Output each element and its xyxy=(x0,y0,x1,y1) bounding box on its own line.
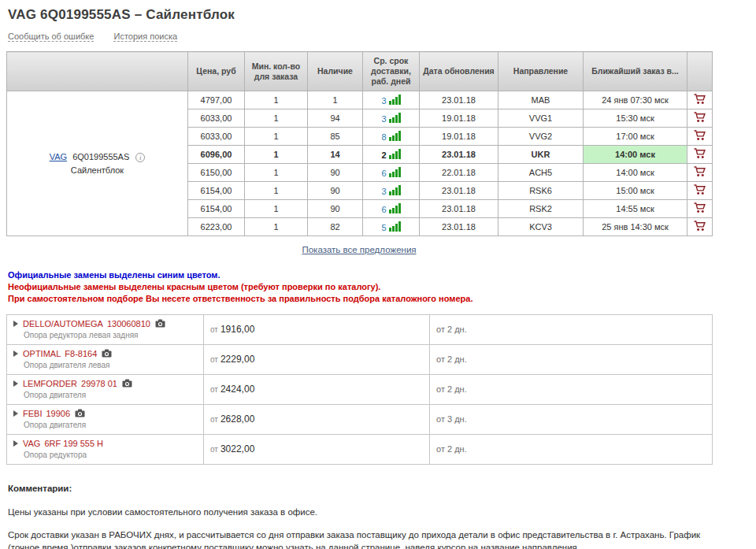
replacement-number-link[interactable]: F8-8164 xyxy=(65,349,97,358)
replacement-number-link[interactable]: 19906 xyxy=(46,409,70,418)
delivery-days-value: 6 xyxy=(381,205,386,214)
stock-cell: 82 xyxy=(308,218,363,236)
show-all-offers-link[interactable]: Показать все предложения xyxy=(302,245,416,254)
replacement-description: Опора двигателя левая xyxy=(24,361,197,369)
price-cell: 6223,00 xyxy=(188,218,245,236)
replacement-brand-link[interactable]: DELLO/AUTOMEGA xyxy=(23,319,103,328)
add-to-cart-button[interactable] xyxy=(692,221,707,232)
min-qty-cell: 1 xyxy=(245,109,308,128)
info-icon[interactable]: i xyxy=(135,153,145,162)
top-links: Сообщить об ошибке История поиска xyxy=(8,32,748,41)
add-to-cart-button[interactable] xyxy=(692,130,707,141)
replacement-notes: Официальные замены выделены синим цветом… xyxy=(8,269,748,305)
replacement-part-line: OPTIMALF8-8164 xyxy=(13,349,197,358)
stock-cell: 90 xyxy=(308,200,363,218)
direction-label[interactable]: RSK2 xyxy=(529,204,552,213)
replacement-days-cell: от 2 дн. xyxy=(430,314,713,344)
price-from-label: от xyxy=(210,445,218,454)
report-error-link[interactable]: Сообщить об ошибке xyxy=(8,32,94,42)
expand-arrow-icon[interactable] xyxy=(13,321,18,327)
replacement-part-line: LEMFORDER29978 01 xyxy=(13,379,197,388)
delivery-cell: 6 xyxy=(363,164,420,182)
delivery-bars-icon xyxy=(389,96,401,106)
updated-date-cell: 23.01.18 xyxy=(420,91,498,109)
cart-icon xyxy=(694,94,706,105)
replacement-number-link[interactable]: 29978 01 xyxy=(81,379,117,388)
price-cell: 6096,00 xyxy=(188,146,245,164)
add-to-cart-button[interactable] xyxy=(692,166,707,177)
comments-section: Комментарии: Цены указаны при условии са… xyxy=(8,482,717,549)
price-cell: 6154,00 xyxy=(188,182,245,200)
header-stock: Наличие xyxy=(308,52,363,91)
replacement-brand-link[interactable]: OPTIMAL xyxy=(23,349,61,358)
direction-label[interactable]: VVG2 xyxy=(529,132,552,141)
next-order-cell: 14:55 мск xyxy=(584,200,687,218)
delivery-cell: 3 xyxy=(363,182,420,200)
offer-row: VAG 6Q0199555AS i Сайлентблок 4797,00 1 … xyxy=(7,91,713,109)
header-price: Цена, руб xyxy=(188,52,245,91)
replacement-row: DELLO/AUTOMEGA130060810 Опора редуктора … xyxy=(7,314,713,344)
direction-label[interactable]: RSK6 xyxy=(529,186,552,195)
header-min-qty: Мин. кол-во для заказа xyxy=(245,52,308,91)
photo-icon[interactable] xyxy=(102,349,112,358)
photo-icon[interactable] xyxy=(75,409,85,418)
cart-cell xyxy=(687,218,713,236)
add-to-cart-button[interactable] xyxy=(692,94,707,105)
replacement-days-cell: от 3 дн. xyxy=(430,404,713,434)
search-history-link[interactable]: История поиска xyxy=(113,32,177,42)
delivery-days-value: 2 xyxy=(381,150,386,160)
direction-label[interactable]: UKR xyxy=(532,150,550,159)
replacement-description: Опора двигателя xyxy=(24,391,197,399)
header-delivery: Ср. срок доставки, раб. дней xyxy=(363,52,420,91)
price-cell: 4797,00 xyxy=(188,91,245,109)
stock-cell: 94 xyxy=(308,109,363,128)
min-qty-cell: 1 xyxy=(245,91,308,109)
add-to-cart-button[interactable] xyxy=(692,112,707,123)
cart-icon xyxy=(694,130,706,141)
direction-label[interactable]: MAB xyxy=(532,95,550,105)
replacement-brand-link[interactable]: VAG xyxy=(23,439,40,448)
direction-label[interactable]: ACH5 xyxy=(529,168,552,177)
replacement-brand-link[interactable]: FEBI xyxy=(23,409,42,418)
header-updated: Дата обновления xyxy=(420,52,498,91)
direction-label[interactable]: KCV3 xyxy=(529,222,552,232)
price-from-value: 3022,00 xyxy=(220,443,254,454)
direction-cell: RSK2 xyxy=(498,200,584,218)
part-brand-link[interactable]: VAG xyxy=(50,152,67,161)
delivery-days-value: 5 xyxy=(381,223,386,232)
add-to-cart-button[interactable] xyxy=(692,202,707,213)
photo-icon[interactable] xyxy=(122,379,132,388)
cart-cell xyxy=(687,146,713,164)
offers-table-header: Цена, руб Мин. кол-во для заказа Наличие… xyxy=(7,52,713,91)
stock-cell: 14 xyxy=(308,146,363,164)
delivery-cell: 8 xyxy=(363,128,420,146)
direction-label[interactable]: VVG1 xyxy=(529,113,552,123)
expand-arrow-icon[interactable] xyxy=(13,380,18,387)
updated-date-cell: 23.01.18 xyxy=(420,146,498,164)
expand-arrow-icon[interactable] xyxy=(13,351,18,357)
add-to-cart-button[interactable] xyxy=(692,148,707,159)
show-all-wrap: Показать все предложения xyxy=(6,244,712,255)
delivery-cell: 2 xyxy=(363,146,420,164)
cart-cell xyxy=(687,109,713,128)
comment-paragraph: Срок доставки указан в РАБОЧИХ днях, и р… xyxy=(8,529,717,549)
photo-icon[interactable] xyxy=(155,319,165,328)
replacement-part-cell: LEMFORDER29978 01 Опора двигателя xyxy=(7,374,204,404)
replacement-brand-link[interactable]: LEMFORDER xyxy=(23,379,77,388)
add-to-cart-button[interactable] xyxy=(692,184,707,195)
replacement-days-cell: от 2 дн. xyxy=(430,374,713,404)
next-order-cell: 15:30 мск xyxy=(584,109,687,128)
replacement-description: Опора двигателя xyxy=(24,421,197,429)
replacement-part-cell: DELLO/AUTOMEGA130060810 Опора редуктора … xyxy=(7,314,204,344)
min-qty-cell: 1 xyxy=(245,146,308,164)
min-qty-cell: 1 xyxy=(245,182,308,200)
comment-paragraph: Цены указаны при условии самостоятельног… xyxy=(8,506,717,518)
replacement-row: FEBI19906 Опора двигателя от2628,00 от 3… xyxy=(7,404,713,434)
expand-arrow-icon[interactable] xyxy=(13,440,18,447)
cart-icon xyxy=(694,166,706,177)
expand-arrow-icon[interactable] xyxy=(13,410,18,417)
next-order-cell: 24 янв 07:30 мск xyxy=(584,91,687,109)
replacement-number-link[interactable]: 6RF 199 555 H xyxy=(44,439,103,448)
cart-cell xyxy=(687,200,713,218)
replacement-number-link[interactable]: 130060810 xyxy=(107,319,150,328)
